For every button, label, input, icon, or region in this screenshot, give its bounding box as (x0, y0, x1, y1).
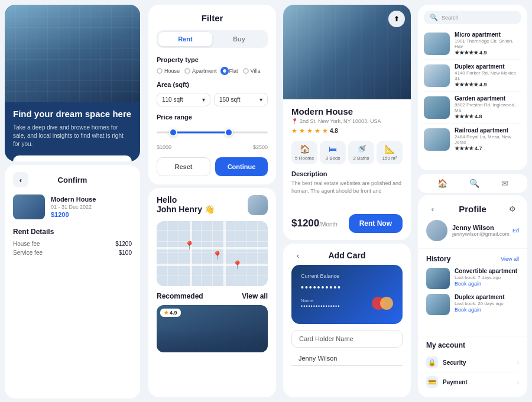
radio-label-apartment: Apartment (192, 68, 217, 74)
star-1: ★ (291, 127, 297, 135)
map-road-v2 (223, 221, 226, 286)
hist-thumb-duplex (426, 294, 450, 315)
profile-user-name: Jenny Wilson (452, 224, 510, 231)
property-detail-name: Modern House (291, 106, 403, 116)
security-icon: 🔒 (426, 356, 438, 368)
hist-date-duplex: Last book: 20 days ago (455, 301, 504, 306)
cardholder-value: Jenny Wilson (299, 355, 337, 362)
user-text-info: Jenny Wilson jennywilson@gmail.com (452, 224, 510, 237)
search-bar[interactable]: 🔍 Search (424, 11, 521, 24)
map-area[interactable]: 📍 📍 📍 (157, 221, 268, 286)
star-half: ★ (322, 127, 328, 135)
tab-rent[interactable]: Rent (158, 32, 212, 46)
view-all-recommended[interactable]: View all (242, 292, 268, 300)
back-chevron-icon: ‹ (297, 251, 299, 260)
radio-villa[interactable]: Villa (243, 68, 261, 74)
map-road-h1 (157, 247, 268, 249)
view-all-history[interactable]: View all (501, 256, 519, 262)
list-item[interactable]: Micro apartment 1901 Thornridge Cir, Shi… (424, 28, 521, 60)
card-name-label: Name (301, 298, 340, 303)
panel-filter-hello: Filter Rent Buy Property type House Apar… (145, 0, 280, 402)
edit-profile-button[interactable]: Ed (512, 228, 519, 234)
property-rating-row: ★ ★ ★ ★ ★ 4.8 (291, 127, 403, 135)
panel-listings-profile: 🔍 Search Micro apartment 1901 Thornridge… (414, 0, 532, 402)
history-title: History (426, 255, 450, 263)
list-item[interactable]: Railroad apartment 2464 Royal Ln, Mesa, … (424, 124, 521, 155)
radio-apartment[interactable]: Apartment (184, 68, 217, 74)
location-icon: 📍 (291, 118, 298, 124)
card-circle-orange (380, 297, 393, 310)
back-button[interactable]: ‹ (13, 172, 28, 187)
thumb-overlay (157, 329, 268, 352)
radio-flat[interactable]: Flat (222, 68, 238, 74)
user-avatar-hello (248, 195, 268, 215)
cardholder-name-input[interactable]: Jenny Wilson (291, 351, 403, 366)
confirm-header: ‹ Confirm (13, 172, 132, 187)
listing-rating-railroad: ★★★★ 4.7 (455, 145, 521, 151)
search-placeholder: Search (442, 15, 459, 21)
hist-info-duplex: Duplex apartment Last book: 20 days ago … (455, 294, 504, 313)
radio-house[interactable]: House (157, 68, 180, 74)
listing-addr-railroad: 2464 Royal Ln, Mesa, New Jerse (455, 134, 521, 145)
hero-description: Take a deep dive and browse homes for sa… (13, 124, 132, 148)
continue-button[interactable]: Continue (215, 157, 268, 176)
hist-thumb-convertible (426, 268, 450, 289)
list-item[interactable]: Garden apartment 8502 Preston Rd, Inglew… (424, 92, 521, 124)
settings-button[interactable]: ⚙ (506, 202, 519, 215)
panel-property-addcard: ⬆ Modern House 📍 2nd St, New York, NY 10… (280, 0, 414, 402)
tab-buy[interactable]: Buy (212, 32, 266, 46)
search-nav-icon: 🔍 (469, 179, 479, 188)
rooms-icon: 🏠 (300, 144, 310, 154)
listing-name-micro: Micro apartment (455, 31, 521, 38)
rent-now-button[interactable]: Rent Now (349, 214, 403, 233)
recommended-thumbnail[interactable]: ★ 4.9 (157, 305, 268, 352)
price-range-label: Price range (157, 114, 268, 121)
property-thumbnail (13, 194, 45, 219)
property-name: Modern House (51, 196, 96, 203)
star-4: ★ (314, 127, 320, 135)
filter-card: Filter Rent Buy Property type House Apar… (148, 5, 276, 184)
nav-item-search[interactable]: 🔍 (469, 179, 479, 188)
confirm-card: ‹ Confirm Modern House 01 - 31 Dec 2022 … (5, 165, 140, 398)
slider-thumb-min[interactable] (169, 128, 177, 137)
book-again-convertible[interactable]: Book again (455, 281, 517, 287)
list-item[interactable]: Duplex apartment 4140 Parker Rd, New Mex… (424, 60, 521, 92)
hist-date-convertible: Last book: 7 days ago (455, 275, 517, 280)
property-body: Modern House 📍 2nd St, New York, NY 1000… (283, 99, 411, 240)
slider-thumb-max[interactable] (225, 128, 233, 137)
nav-item-home[interactable]: 🏠 (437, 179, 447, 188)
area-label-value: 150 m² (382, 155, 397, 161)
rec-rating-value: 4.9 (170, 310, 177, 316)
account-item-security[interactable]: 🔒 Security › (426, 353, 519, 372)
service-fee-value: $100 (119, 249, 132, 256)
nav-item-messages[interactable]: ✉ (501, 179, 508, 188)
hist-name-duplex: Duplex apartment (455, 294, 504, 300)
area-min-select[interactable]: 110 sqft ▾ (157, 93, 210, 106)
property-info: Modern House 01 - 31 Dec 2022 $1200 (51, 196, 96, 218)
reset-button[interactable]: Reset (157, 157, 210, 176)
property-detail-address: 📍 2nd St, New York, NY 10003, USA (291, 118, 403, 124)
star-icon-garden: ★★★★ (455, 114, 473, 119)
addcard-back-button[interactable]: ‹ (291, 249, 304, 262)
map-pin-1: 📍 (184, 241, 194, 250)
listing-name-railroad: Railroad apartment (455, 127, 521, 134)
profile-back-button[interactable]: ‹ (426, 202, 439, 215)
property-type-label: Property type (157, 56, 268, 63)
cardholder-placeholder: Card Holder Name (291, 330, 403, 348)
price-slider[interactable] (157, 125, 268, 140)
share-button[interactable]: ⬆ (388, 11, 405, 27)
detail-row-service: Service fee $100 (13, 249, 132, 256)
account-item-payment[interactable]: 💳 Payment › (426, 372, 519, 391)
listing-addr-duplex: 4140 Parker Rd, New Mexico 31 (455, 70, 521, 81)
book-again-duplex[interactable]: Book again (455, 307, 504, 313)
map-pin-2: 📍 (212, 251, 222, 260)
profile-title: Profile (459, 204, 486, 214)
search-icon: 🔍 (430, 14, 438, 21)
star-2: ★ (299, 127, 305, 135)
description-title: Description (291, 170, 403, 177)
explore-button[interactable]: Explore (13, 155, 132, 162)
area-label: Area (sqft) (157, 81, 268, 88)
amenities-row: 🏠 5 Rooms 🛏 3 Beds 🚿 2 Baths 📐 150 m² (291, 141, 403, 164)
avatar (426, 220, 447, 241)
area-max-select[interactable]: 150 sqft ▾ (214, 93, 268, 106)
